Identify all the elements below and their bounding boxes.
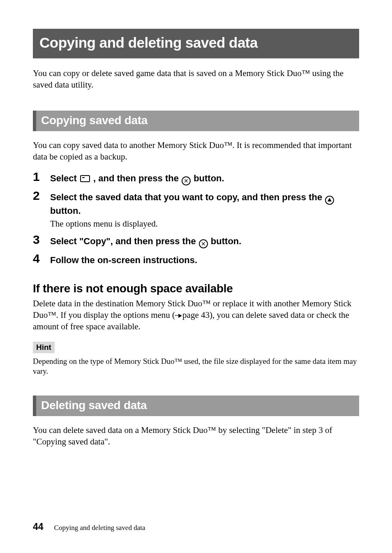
- step-3-title: Select "Copy", and then press the ✕ butt…: [50, 235, 359, 248]
- page-title-bar: Copying and deleting saved data: [33, 29, 359, 58]
- step-2: Select the saved data that you want to c…: [33, 191, 359, 229]
- page-ref-dots-icon: [175, 309, 178, 321]
- page-title: Copying and deleting saved data: [39, 35, 258, 51]
- page-ref-text: page 43: [182, 309, 210, 321]
- section-heading-text: Deleting saved data: [41, 399, 147, 412]
- triangle-button-icon: [325, 196, 334, 205]
- hint-label: Hint: [33, 342, 55, 353]
- step-3-text-a: Select "Copy", and then press the: [50, 236, 198, 246]
- step-1-text-c: button.: [194, 173, 224, 183]
- page-ref-arrow-icon: [178, 309, 182, 321]
- step-1-text-a: Select: [50, 173, 79, 183]
- section-heading-copying: Copying saved data: [33, 111, 359, 131]
- section-heading-deleting: Deleting saved data: [33, 396, 359, 416]
- step-1: Select , and then press the ✕ button.: [33, 172, 359, 185]
- step-4-title: Follow the on-screen instructions.: [50, 254, 359, 266]
- step-4: Follow the on-screen instructions.: [33, 254, 359, 266]
- step-1-text-b: , and then press the: [93, 173, 181, 183]
- step-2-text-b: button.: [50, 206, 81, 216]
- section-copying-intro: You can copy saved data to another Memor…: [33, 139, 359, 163]
- step-1-title: Select , and then press the ✕ button.: [50, 172, 359, 185]
- section-deleting-body: You can delete saved data on a Memory St…: [33, 424, 359, 448]
- hint-body: Depending on the type of Memory Stick Du…: [33, 356, 359, 377]
- memory-stick-icon: [80, 175, 90, 182]
- step-2-desc: The options menu is displayed.: [50, 218, 359, 229]
- subsection-heading: If there is not enough space available: [33, 282, 359, 295]
- step-3-text-b: button.: [211, 236, 242, 246]
- intro-paragraph: You can copy or delete saved game data t…: [33, 67, 359, 91]
- x-button-icon: ✕: [182, 176, 191, 185]
- page-footer: 44 Copying and deleting saved data: [33, 521, 145, 532]
- steps-list: Select , and then press the ✕ button. Se…: [33, 172, 359, 266]
- subsection-body: Delete data in the destination Memory St…: [33, 298, 359, 333]
- step-2-title: Select the saved data that you want to c…: [50, 191, 359, 217]
- x-button-icon: ✕: [199, 239, 208, 248]
- step-3: Select "Copy", and then press the ✕ butt…: [33, 235, 359, 248]
- section-heading-text: Copying saved data: [41, 114, 148, 127]
- step-2-text-a: Select the saved data that you want to c…: [50, 192, 325, 202]
- page-number: 44: [33, 521, 44, 532]
- page-reference: page 43: [175, 309, 210, 321]
- footer-title: Copying and deleting saved data: [54, 524, 145, 532]
